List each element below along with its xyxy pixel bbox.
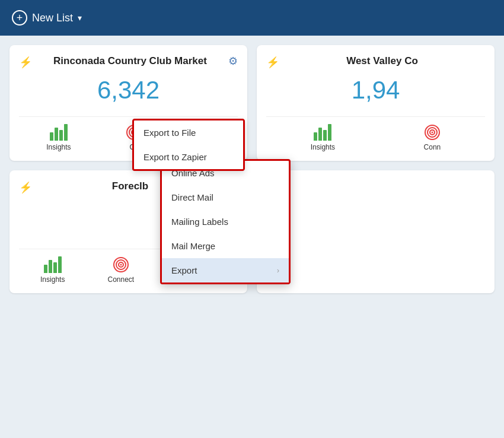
export-to-file-label: Export to File — [143, 128, 196, 138]
connect-button-foreclb[interactable]: Connect — [107, 256, 134, 284]
card-bottom-right — [257, 170, 495, 293]
card-header: ⚡ Rinconada Country Club Market ⚙ — [19, 55, 238, 69]
dropdown-item-mailing-labels[interactable]: Mailing Labels — [162, 210, 289, 234]
insights-button-right[interactable]: Insights — [311, 124, 335, 151]
card-title-right: West Valley Co — [279, 55, 485, 68]
export-label: Export — [171, 265, 197, 275]
card-number-right: 1,94 — [266, 76, 485, 104]
export-to-file-item[interactable]: Export to File — [134, 120, 243, 145]
mailing-labels-label: Mailing Labels — [171, 217, 228, 227]
mail-merge-label: Mail Merge — [171, 241, 215, 251]
lightning-icon: ⚡ — [19, 56, 32, 69]
export-to-zapier-label: Export to Zapier — [143, 152, 207, 162]
gear-icon[interactable]: ⚙ — [228, 55, 238, 68]
plus-icon: + — [12, 10, 27, 26]
svg-point-7 — [431, 132, 433, 134]
insights-button-foreclb[interactable]: Insights — [40, 256, 65, 284]
lightning-icon-foreclb: ⚡ — [19, 181, 32, 194]
insights-button[interactable]: Insights — [46, 124, 71, 151]
svg-point-11 — [120, 264, 122, 266]
dropdown-item-export[interactable]: Export › — [162, 258, 289, 283]
insights-label-foreclb: Insights — [40, 275, 65, 284]
card-header-right: ⚡ West Valley Co — [266, 55, 485, 69]
direct-mail-label: Direct Mail — [171, 192, 213, 202]
chevron-right-icon: › — [277, 266, 279, 275]
card-footer-right: Insights Conn — [266, 116, 485, 151]
chevron-down-icon: ▾ — [78, 13, 82, 23]
export-to-zapier-item[interactable]: Export to Zapier — [134, 145, 243, 169]
card-west-valley: ⚡ West Valley Co 1,94 Insights — [257, 45, 495, 161]
connect-label-foreclb: Connect — [107, 275, 134, 284]
connect-icon-right — [424, 124, 441, 141]
dropdown-item-mail-merge[interactable]: Mail Merge — [162, 234, 289, 258]
dropdown-item-direct-mail[interactable]: Direct Mail — [162, 185, 289, 210]
insights-label: Insights — [46, 143, 71, 151]
connect-button-right[interactable]: Conn — [424, 124, 441, 151]
connect-icon-foreclb — [113, 256, 129, 273]
export-submenu: Export to File Export to Zapier — [132, 119, 245, 171]
bar-chart-icon — [50, 124, 68, 141]
card-title: Rinconada Country Club Market — [32, 55, 228, 68]
header: + New List ▾ — [0, 0, 504, 36]
dropdown-menu: Online Ads Direct Mail Mailing Labels Ma… — [160, 159, 291, 284]
lightning-icon-right: ⚡ — [266, 56, 279, 69]
bar-chart-icon-right — [314, 124, 331, 141]
new-list-label: New List — [32, 12, 73, 24]
insights-label-right: Insights — [311, 143, 335, 151]
card-number: 6,342 — [19, 76, 238, 104]
bar-chart-icon-foreclb — [44, 256, 62, 273]
new-list-button[interactable]: + New List ▾ — [12, 10, 82, 26]
connect-label-right: Conn — [424, 143, 441, 151]
